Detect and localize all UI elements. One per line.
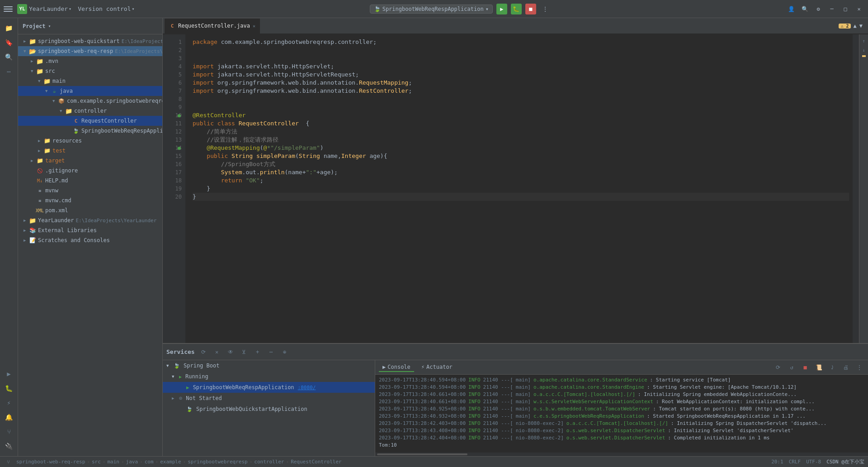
sidebar-icon-git[interactable]: ⑂: [3, 425, 15, 438]
services-filter-btn[interactable]: ⊻: [239, 347, 249, 357]
tree-item-mvnw-cmd[interactable]: ≡ mvnw.cmd: [18, 195, 162, 205]
project-panel-header[interactable]: Project ▾: [18, 18, 162, 34]
console-scroll-btn[interactable]: 📜: [814, 362, 824, 372]
service-item-not-started-group[interactable]: ▶ ⊙ Not Started: [163, 393, 375, 404]
sidebar-icon-services[interactable]: ⚡: [3, 396, 15, 409]
run-button[interactable]: ▶: [496, 4, 507, 14]
breadcrumb-class[interactable]: RequestController: [291, 459, 342, 465]
service-item-spring-boot[interactable]: ▼ 🍃 Spring Boot: [163, 360, 375, 371]
tree-arrow[interactable]: ▼: [52, 99, 58, 103]
breadcrumb-pkg[interactable]: springbootwebreqresp: [188, 459, 247, 465]
tree-item-springboot-web-req-resp[interactable]: ▼ 📂 springboot-web-req-resp E:\IdeaProje…: [18, 46, 162, 56]
tree-item-pom[interactable]: XML pom.xml: [18, 205, 162, 215]
tab-RequestController[interactable]: C RequestController.java ✕: [165, 19, 260, 34]
tab-close-button[interactable]: ✕: [253, 24, 255, 29]
console-stop-btn[interactable]: ■: [800, 362, 810, 372]
status-position[interactable]: 20:1: [771, 459, 783, 465]
search-button[interactable]: 🔍: [799, 4, 810, 14]
console-print-btn[interactable]: 🖨: [841, 362, 851, 372]
sidebar-icon-debug[interactable]: 🐛: [3, 382, 15, 395]
tree-item-resources[interactable]: ▶ 📁 resources: [18, 136, 162, 146]
services-eye-btn[interactable]: 👁: [226, 347, 236, 357]
tree-arrow[interactable]: ▼: [60, 109, 65, 113]
breadcrumb-project[interactable]: springboot-web-req-resp: [16, 459, 85, 465]
debug-button[interactable]: 🐛: [511, 4, 522, 14]
tree-item-controller[interactable]: ▼ 📁 controller: [18, 106, 162, 116]
settings-button[interactable]: ⚙: [813, 4, 824, 14]
tree-arrow[interactable]: ▶: [38, 138, 43, 143]
stop-button[interactable]: ■: [525, 4, 536, 14]
console-tab-actuator[interactable]: ⚡ Actuator: [418, 363, 456, 372]
status-crlf[interactable]: CRLF: [789, 459, 801, 465]
sidebar-icon-plugins[interactable]: 🔌: [3, 440, 15, 453]
service-item-running-group[interactable]: ▼ ▶ Running: [163, 371, 375, 382]
tree-arrow[interactable]: ▶: [31, 158, 36, 163]
status-charset[interactable]: UTF-8: [806, 459, 821, 465]
hamburger-menu[interactable]: [4, 5, 13, 14]
tree-item-springboot-quickstart[interactable]: ▶ 📁 springboot-web-quickstart E:\IdeaPro…: [18, 36, 162, 46]
minimize-button[interactable]: ─: [826, 4, 837, 14]
code-content[interactable]: package com.example.springbootwebreqresp…: [185, 34, 853, 343]
tree-item-yearlaunder[interactable]: ▶ 📁 YearLaunder E:\IdeaProjects\YearLaun…: [18, 215, 162, 225]
warning-chevron-down[interactable]: ▼: [859, 23, 863, 29]
tree-item-SpringbootApp[interactable]: 🍃 SpringbootWebReqRespApplication: [18, 126, 162, 136]
tree-arrow[interactable]: ▼: [38, 79, 43, 83]
console-more-btn[interactable]: ⋮: [854, 362, 864, 372]
service-app-port[interactable]: :8080/: [298, 385, 316, 391]
breadcrumb-main[interactable]: main: [107, 459, 119, 465]
service-item-quickstart-app[interactable]: 🍃 SpringbootWebQuickstartApplication: [163, 404, 375, 415]
tree-arrow[interactable]: ▶: [31, 59, 36, 63]
breadcrumb-example[interactable]: example: [160, 459, 181, 465]
more-run-options[interactable]: ⋮: [540, 4, 551, 14]
tree-item-target[interactable]: ▶ 📁 target: [18, 156, 162, 166]
breadcrumb-src[interactable]: src: [92, 459, 101, 465]
run-config-selector[interactable]: 🍃 SpringbootWebReqRespApplication ▾: [370, 5, 493, 14]
tree-arrow[interactable]: ▶: [24, 39, 29, 43]
tree-arrow[interactable]: ▶: [38, 148, 43, 153]
sidebar-icon-run[interactable]: ▶: [3, 367, 15, 380]
sidebar-icon-more[interactable]: ⋯: [3, 65, 15, 78]
warning-chevron-up[interactable]: ▲: [854, 23, 857, 29]
breadcrumb-controller[interactable]: controller: [254, 459, 284, 465]
services-add-btn[interactable]: +: [253, 347, 263, 357]
breadcrumb-java[interactable]: java: [126, 459, 138, 465]
tree-item-src[interactable]: ▼ 📁 src: [18, 66, 162, 76]
project-menu[interactable]: YearLaunder ▾: [29, 5, 71, 12]
tree-item-com-package[interactable]: ▼ 📦 com.example.springbootwebreqresp: [18, 96, 162, 106]
tree-item-gitignore[interactable]: 🚫 .gitignore: [18, 166, 162, 176]
tree-arrow[interactable]: ▶: [24, 228, 29, 233]
right-sidebar-icon[interactable]: ↑: [860, 37, 868, 44]
tree-item-RequestController[interactable]: C RequestController: [18, 116, 162, 126]
tree-arrow[interactable]: ▶: [24, 218, 29, 223]
tree-item-main[interactable]: ▼ 📁 main: [18, 76, 162, 86]
services-more-btn[interactable]: ⋯: [266, 347, 276, 357]
sidebar-icon-notifications[interactable]: 🔔: [3, 411, 15, 424]
status-git-icon[interactable]: ⑂: [4, 457, 13, 467]
tree-item-mvnw[interactable]: ≡ mvnw: [18, 186, 162, 195]
services-add2-btn[interactable]: ⊕: [280, 347, 290, 357]
service-item-app-running[interactable]: ▶ SpringbootWebReqRespApplication :8080/: [163, 382, 375, 393]
sidebar-icon-search[interactable]: 🔍: [3, 51, 15, 63]
services-stop-btn[interactable]: ✕: [212, 347, 222, 357]
sidebar-icon-bookmarks[interactable]: 🔖: [3, 36, 15, 49]
sidebar-icon-project[interactable]: 📁: [3, 22, 15, 34]
tree-item-external-libs[interactable]: ▶ 📚 External Libraries: [18, 225, 162, 235]
tree-item-java[interactable]: ▼ ☕ java: [18, 86, 162, 96]
console-tab-console[interactable]: ▶ Console: [379, 363, 414, 372]
tree-item-scratches[interactable]: ▶ 📝 Scratches and Consoles: [18, 235, 162, 245]
vcs-menu[interactable]: Version control ▾: [78, 5, 134, 12]
console-restart-btn[interactable]: ⟳: [773, 362, 783, 372]
services-collapse-btn[interactable]: ⟳: [198, 347, 208, 357]
tree-arrow[interactable]: ▼: [24, 49, 29, 53]
tree-arrow[interactable]: ▼: [31, 69, 36, 73]
console-wrap-btn[interactable]: ⤸: [827, 362, 837, 372]
tree-item-help[interactable]: M↓ HELP.md: [18, 176, 162, 186]
breadcrumb-com[interactable]: com: [145, 459, 154, 465]
close-button[interactable]: ✕: [854, 4, 864, 14]
tree-arrow[interactable]: ▼: [45, 89, 51, 93]
account-button[interactable]: 👤: [786, 4, 797, 14]
console-reload-btn[interactable]: ↺: [787, 362, 797, 372]
editor-scrollbar[interactable]: [853, 34, 859, 343]
tree-item-mvn[interactable]: ▶ 📁 .mvn: [18, 56, 162, 66]
tree-item-test[interactable]: ▶ 📁 test: [18, 146, 162, 156]
